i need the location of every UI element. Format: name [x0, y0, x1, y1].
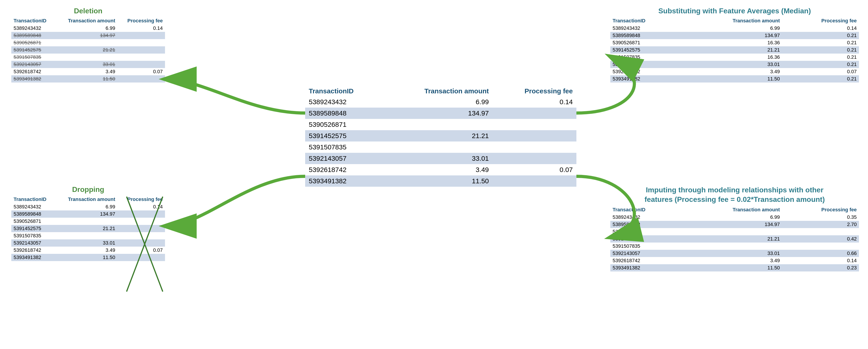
table-row: 539214305733.01 — [11, 240, 165, 247]
substituting-section: Substituting with Feature Averages (Medi… — [610, 7, 859, 83]
cell-id: 5392618742 — [11, 68, 56, 75]
cell-fee — [118, 211, 165, 218]
table-row: 5389589848134.972.70 — [610, 221, 859, 228]
center-col-id: TransactionID — [305, 86, 384, 96]
table-row: 5389589848134.970.21 — [610, 32, 859, 39]
cell-fee — [493, 141, 577, 153]
cell-amount — [56, 54, 118, 61]
table-row: 5390526871 — [610, 228, 859, 235]
cell-amount: 6.99 — [384, 96, 493, 107]
imputing-table: TransactionID Transaction amount Process… — [610, 206, 859, 272]
cell-fee: 0.21 — [782, 39, 859, 46]
cell-amount: 134.97 — [682, 221, 782, 228]
cell-amount: 3.49 — [682, 257, 782, 264]
table-row: 5391507835 — [11, 232, 165, 240]
cell-amount: 11.50 — [56, 254, 118, 261]
cell-id: 5392618742 — [11, 247, 56, 254]
cell-id: 5393491382 — [11, 75, 56, 83]
cell-amount — [56, 39, 118, 46]
cell-fee: 0.23 — [782, 264, 859, 272]
cell-id: 5391452575 — [11, 46, 56, 54]
cell-amount: 16.36 — [682, 54, 782, 61]
cell-id: 5389243432 — [305, 96, 384, 107]
imp-col-id: TransactionID — [610, 206, 682, 214]
cell-fee: 0.21 — [782, 46, 859, 54]
cell-id: 5391507835 — [305, 141, 384, 153]
table-row: 539214305733.01 — [305, 153, 577, 164]
cell-amount: 21.21 — [56, 46, 118, 54]
cell-amount — [56, 232, 118, 240]
cell-fee: 0.21 — [782, 61, 859, 68]
table-row: 53926187423.490.07 — [305, 164, 577, 176]
cell-amount: 33.01 — [682, 250, 782, 257]
cell-fee: 0.14 — [782, 25, 859, 32]
cell-id: 5389589848 — [11, 32, 56, 39]
drop-col-id: TransactionID — [11, 195, 56, 203]
table-row: 53892434326.990.14 — [11, 203, 165, 211]
table-row: 53926187423.490.14 — [610, 257, 859, 264]
deletion-title: Deletion — [11, 7, 165, 15]
cell-fee — [118, 46, 165, 54]
cell-amount: 16.36 — [682, 39, 782, 46]
table-row: 53892434326.990.35 — [610, 214, 859, 221]
dropping-title: Dropping — [11, 185, 165, 194]
cell-fee — [782, 243, 859, 250]
cell-amount: 134.97 — [56, 32, 118, 39]
cell-amount: 3.49 — [682, 68, 782, 75]
table-row: 5389589848134.97 — [305, 107, 577, 119]
cell-id: 5390526871 — [610, 228, 682, 235]
table-row: 539349138211.50 — [11, 75, 165, 83]
cell-amount — [384, 119, 493, 130]
cell-fee: 0.42 — [782, 235, 859, 243]
cell-amount: 11.50 — [56, 75, 118, 83]
table-row: 53892434326.990.14 — [11, 25, 165, 32]
cell-id: 5392618742 — [610, 257, 682, 264]
table-row: 539145257521.21 — [11, 225, 165, 232]
table-row: 539052687116.360.21 — [610, 39, 859, 46]
cell-fee: 0.14 — [118, 25, 165, 32]
arrow-to-deletion — [165, 79, 305, 113]
table-row: 539349138211.50 — [305, 176, 577, 187]
cell-amount: 33.01 — [56, 240, 118, 247]
table-row: 539214305733.010.21 — [610, 61, 859, 68]
sub-col-fee: Processing fee — [782, 17, 859, 25]
cell-fee — [493, 107, 577, 119]
cell-amount: 11.50 — [682, 264, 782, 272]
cell-amount: 21.21 — [384, 130, 493, 141]
table-row: 53892434326.990.14 — [610, 25, 859, 32]
cell-id: 5391507835 — [11, 232, 56, 240]
cell-id: 5391452575 — [305, 130, 384, 141]
cell-fee — [118, 75, 165, 83]
table-row: 539150783516.360.21 — [610, 54, 859, 61]
cell-fee — [118, 218, 165, 225]
table-row: 5390526871 — [11, 218, 165, 225]
center-table-section: TransactionID Transaction amount Process… — [305, 86, 577, 187]
table-row: 53892434326.990.14 — [305, 96, 577, 107]
cell-fee — [118, 32, 165, 39]
imputing-title: Imputing through modeling relationships … — [610, 185, 859, 204]
del-col-fee: Processing fee — [118, 17, 165, 25]
cell-id: 5391452575 — [11, 225, 56, 232]
cell-id: 5393491382 — [305, 176, 384, 187]
cell-fee — [493, 130, 577, 141]
table-row: 539214305733.010.66 — [610, 250, 859, 257]
cell-id: 5391452575 — [610, 46, 682, 54]
cell-id: 5391507835 — [610, 243, 682, 250]
cell-amount: 33.01 — [682, 61, 782, 68]
table-row: 539349138211.50 — [11, 254, 165, 261]
cell-fee — [118, 54, 165, 61]
imputing-section: Imputing through modeling relationships … — [610, 185, 859, 272]
cell-amount — [384, 141, 493, 153]
table-row: 539145257521.210.42 — [610, 235, 859, 243]
cell-amount: 134.97 — [56, 211, 118, 218]
cell-amount: 11.50 — [682, 75, 782, 83]
table-row: 539145257521.21 — [11, 46, 165, 54]
cell-amount: 6.99 — [56, 203, 118, 211]
cell-fee: 0.14 — [118, 203, 165, 211]
cell-fee: 0.14 — [782, 257, 859, 264]
cell-fee: 0.07 — [493, 164, 577, 176]
cell-fee — [118, 254, 165, 261]
cell-fee: 0.14 — [493, 96, 577, 107]
cell-id: 5392143057 — [610, 250, 682, 257]
cell-fee — [118, 232, 165, 240]
